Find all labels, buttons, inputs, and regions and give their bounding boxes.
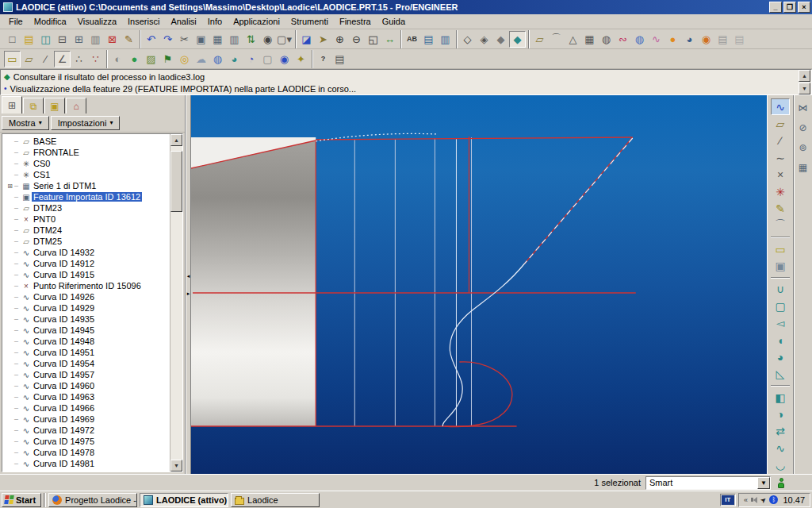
tree-item[interactable]: –▣Feature Importata ID 13612 xyxy=(6,191,170,202)
tree-item[interactable]: –∿Curva ID 14972 xyxy=(6,425,170,436)
chamfer-tool-icon[interactable]: ◺ xyxy=(771,366,790,383)
taskbar-button[interactable]: Laodice xyxy=(231,493,320,507)
tree-item[interactable]: –∿Curva ID 14957 xyxy=(6,369,170,380)
tree-item[interactable]: –∿Curva ID 14960 xyxy=(6,380,170,391)
redo-icon[interactable]: ↷ xyxy=(159,31,176,48)
model-tree-scrollbar[interactable]: ▲ ▼ xyxy=(170,134,182,471)
point-tag-filter-icon[interactable]: ∵ xyxy=(87,51,104,67)
datum-plane-filter-icon[interactable]: ▭ xyxy=(4,51,21,67)
paste-icon[interactable]: ▦ xyxy=(209,31,226,48)
tree-item[interactable]: –∿Curva ID 14935 xyxy=(6,314,170,325)
tree-item[interactable]: –∿Curva ID 14969 xyxy=(6,414,170,425)
notes-display-on-icon[interactable]: ▤ xyxy=(714,31,731,48)
datum-plane-display-icon[interactable]: ▱ xyxy=(531,31,548,48)
point-display-icon[interactable]: △ xyxy=(565,31,581,48)
datum-surface-filter-icon[interactable]: ▱ xyxy=(21,51,37,67)
tree-item[interactable]: –∿Curva ID 14912 xyxy=(6,258,170,269)
menu-finestra[interactable]: Finestra xyxy=(334,15,377,28)
restore-button[interactable]: ❐ xyxy=(783,2,796,13)
axis-filter-icon[interactable]: ∕ xyxy=(37,51,54,67)
hull-side-surface[interactable] xyxy=(191,140,316,426)
tree-item[interactable]: –▱FRONTALE xyxy=(6,147,170,158)
new-icon[interactable]: □ xyxy=(4,31,21,48)
tree-item[interactable]: –✳CS1 xyxy=(6,169,170,180)
style-tool-icon[interactable]: ▭ xyxy=(771,241,790,257)
tree-item[interactable]: –▱DTM24 xyxy=(6,225,170,236)
tree-item[interactable]: –∿Curva ID 14929 xyxy=(6,302,170,314)
tree-item[interactable]: –∿Curva ID 14954 xyxy=(6,358,170,369)
clock[interactable]: 10.47 xyxy=(783,495,805,505)
mirror-tool-icon[interactable]: ⇄ xyxy=(771,423,790,440)
splitter-expand-icon[interactable]: ▸ xyxy=(187,291,190,297)
layer-settings-icon[interactable]: ▥ xyxy=(437,31,454,48)
tree-item[interactable]: ⊞–▦Serie 1 di DTM1 xyxy=(6,180,170,191)
tree-item[interactable]: –∿Curva ID 14975 xyxy=(6,436,170,447)
datum-plane-tool-icon[interactable]: ▱ xyxy=(771,115,790,132)
splitter-collapse-icon[interactable]: ◂ xyxy=(187,273,190,279)
model-appearance-icon[interactable]: ◐ xyxy=(109,51,126,67)
model-canvas[interactable] xyxy=(191,95,767,474)
curve-display-icon[interactable]: ∾ xyxy=(615,31,631,48)
tree-item[interactable]: –∿Curva ID 14951 xyxy=(6,347,170,358)
spin-center-display-icon[interactable]: ◉ xyxy=(698,31,714,48)
render-swirl-icon[interactable]: ◕ xyxy=(226,51,243,67)
tree-item[interactable]: –×Punto Riferimento ID 15096 xyxy=(6,280,170,291)
volume-icon[interactable] xyxy=(751,497,757,503)
tree-item[interactable]: –∿Curva ID 14915 xyxy=(6,269,170,280)
menu-info[interactable]: Info xyxy=(202,15,228,28)
taskbar-button[interactable]: Progetto Laodice - Pagin... xyxy=(48,493,137,507)
point-filter-icon[interactable]: ∴ xyxy=(71,51,87,67)
csys-display-icon[interactable]: ▦ xyxy=(581,31,598,48)
folder-browser-tab[interactable]: ⧉ xyxy=(23,98,44,114)
connections-tab[interactable]: ⌂ xyxy=(66,98,86,114)
tree-item[interactable]: –∿Curva ID 14981 xyxy=(6,458,170,469)
draft-tool-icon[interactable]: ◅ xyxy=(771,315,790,332)
notes-display-off-icon[interactable]: ▤ xyxy=(731,31,748,48)
auto-round-tool-icon[interactable]: ◕ xyxy=(771,348,790,365)
plot-icon[interactable]: ▥ xyxy=(87,31,104,48)
render-region-icon[interactable]: ✦ xyxy=(293,51,309,67)
menu-guida[interactable]: Guida xyxy=(377,15,411,28)
menu-analisi[interactable]: Analisi xyxy=(165,15,201,28)
tree-item[interactable]: –∿Curva ID 14926 xyxy=(6,291,170,302)
open-icon[interactable]: ▤ xyxy=(21,31,37,48)
tree-expander-icon[interactable]: ⊞ xyxy=(6,183,14,190)
curve-tool-icon[interactable]: ∼ xyxy=(771,149,790,166)
menu-strumenti[interactable]: Strumenti xyxy=(285,15,334,28)
tree-item[interactable]: –∿Curva ID 14966 xyxy=(6,402,170,414)
refit-icon[interactable]: ↔ xyxy=(381,31,398,48)
graphics-viewport[interactable] xyxy=(191,95,767,474)
datum-axis-display-icon[interactable]: ⌒ xyxy=(548,31,565,48)
tree-scroll-up[interactable]: ▲ xyxy=(170,134,182,146)
message-scroll-down[interactable]: ▼ xyxy=(799,83,810,94)
perspective-flag-icon[interactable]: ⚑ xyxy=(159,51,176,67)
start-button[interactable]: Start xyxy=(2,493,41,507)
round-tool-icon[interactable]: ◖ xyxy=(771,332,790,348)
offset-tool-icon[interactable]: ⊚ xyxy=(795,140,811,156)
shell-tool-icon[interactable]: ◡ xyxy=(771,457,790,474)
datum-axis-tool-icon[interactable]: ∕ xyxy=(771,133,790,149)
regenerate-icon[interactable]: ⇅ xyxy=(243,31,259,48)
wireframe-display-icon[interactable]: ◇ xyxy=(459,31,476,48)
axis-tag-filter-icon[interactable]: ∠ xyxy=(54,51,71,67)
mesh-display-icon[interactable]: ∿ xyxy=(648,31,665,48)
page-setup-icon[interactable]: ▢ xyxy=(259,51,276,67)
revolve-tool-icon[interactable]: ◑ xyxy=(771,406,790,422)
render-settings-icon[interactable]: ● xyxy=(126,51,143,67)
analysis-tool-icon[interactable]: ⌒ xyxy=(771,217,790,234)
tree-item[interactable]: –▱DTM25 xyxy=(6,236,170,247)
tree-item[interactable]: –∿Curva ID 14963 xyxy=(6,391,170,402)
save-icon[interactable]: ◫ xyxy=(37,31,54,48)
color-display-icon[interactable]: ● xyxy=(665,31,681,48)
surface-display-icon[interactable]: ◍ xyxy=(631,31,648,48)
menu-applicazioni[interactable]: Applicazioni xyxy=(228,15,285,28)
zoom-window-icon[interactable]: ◱ xyxy=(365,31,381,48)
paste-special-icon[interactable]: ▥ xyxy=(226,31,243,48)
tree-scroll-thumb[interactable] xyxy=(170,151,182,212)
sweep-tool-icon[interactable]: ∪ xyxy=(771,281,790,298)
shade-analysis-display-icon[interactable]: ◕ xyxy=(681,31,698,48)
tray-chevron-icon[interactable]: « xyxy=(744,496,748,504)
print-icon[interactable]: ⊟ xyxy=(54,31,71,48)
tree-item[interactable]: –▱BASE xyxy=(6,136,170,147)
close-window-icon[interactable]: ⊠ xyxy=(104,31,121,48)
